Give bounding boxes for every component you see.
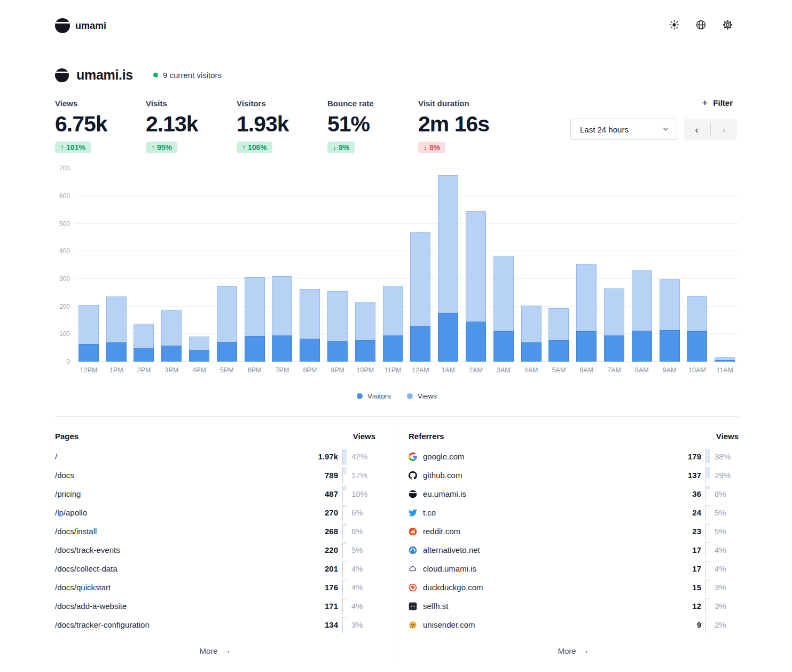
metric-visit-duration: Visit duration 2m 16s ↓ 8% <box>418 99 509 153</box>
bar-group-5pm[interactable] <box>213 168 241 362</box>
theme-toggle-button[interactable] <box>664 16 684 35</box>
legend-dot-icon <box>407 393 413 399</box>
visitors-bar <box>715 360 735 362</box>
chevron-down-icon <box>662 125 669 134</box>
visitors-bar <box>189 350 209 362</box>
bar-group-10am[interactable] <box>684 168 711 362</box>
bar-group-6pm[interactable] <box>241 168 269 362</box>
bar-group-1am[interactable] <box>434 168 462 362</box>
bar-group-7am[interactable] <box>600 168 628 362</box>
page-row-link[interactable]: /lp/apollo <box>55 508 310 517</box>
current-visitors[interactable]: 9 current visitors <box>153 71 222 80</box>
visitors-bar <box>632 331 652 362</box>
referrer-row-link[interactable]: duckduckgo.com <box>409 583 673 592</box>
page-row: /docs/install2686% <box>55 522 375 541</box>
bar-group-7pm[interactable] <box>269 168 296 362</box>
percent-text: 2% <box>715 620 726 629</box>
bar-group-9pm[interactable] <box>324 168 351 362</box>
bar-group-11am[interactable] <box>711 168 739 362</box>
page-row-link[interactable]: /docs/quickstart <box>55 583 310 592</box>
referrer-row-link[interactable]: selfh.st <box>409 601 673 611</box>
legend-item-visitors[interactable]: Visitors <box>357 392 391 400</box>
bar-group-9am[interactable] <box>656 168 684 362</box>
bar-group-12am[interactable] <box>407 168 435 362</box>
y-axis-tick: 700 <box>59 165 70 172</box>
bar-group-4am[interactable] <box>517 168 545 362</box>
referrer-row-link[interactable]: google.com <box>409 452 673 461</box>
referrer-row-link[interactable]: github.com <box>409 471 673 480</box>
bar-group-12pm[interactable] <box>75 168 103 362</box>
github-icon <box>409 471 417 480</box>
metric-value: 1.93k <box>237 112 327 136</box>
bar-group-3am[interactable] <box>490 168 517 362</box>
x-axis-tick: 8AM <box>628 366 656 374</box>
bar-group-1pm[interactable] <box>103 168 130 362</box>
bar-group-2am[interactable] <box>462 168 490 362</box>
percent-text: 8% <box>715 489 726 498</box>
prev-period-button[interactable]: ‹ <box>684 119 710 140</box>
referrer-row-link[interactable]: alternativeto.net <box>409 545 673 554</box>
page-row-link[interactable]: /docs/install <box>55 527 310 536</box>
x-axis-tick: 6PM <box>241 366 269 374</box>
bar-group-6am[interactable] <box>573 168 600 362</box>
percent-bar <box>342 523 347 540</box>
row-percent: 4% <box>342 580 375 596</box>
brand[interactable]: umami <box>55 18 106 33</box>
referrers-more-button[interactable]: More → <box>552 643 594 659</box>
referrer-row-link[interactable]: reddit.com <box>409 527 673 536</box>
bar-group-4pm[interactable] <box>185 168 213 362</box>
bar-group-10pm[interactable] <box>351 168 379 362</box>
percent-bar-fill <box>706 542 710 544</box>
percent-text: 6% <box>351 508 363 517</box>
bar-group-11pm[interactable] <box>379 168 407 362</box>
metric-label: Visits <box>146 99 237 108</box>
visitors-bar <box>217 342 237 362</box>
page-row-link[interactable]: / <box>55 452 310 461</box>
bar-group-5am[interactable] <box>545 168 573 362</box>
more-label: More <box>558 646 576 655</box>
y-axis-tick: 400 <box>59 247 70 255</box>
legend-item-views[interactable]: Views <box>407 392 437 400</box>
referrer-row-link[interactable]: t.co <box>409 508 673 517</box>
percent-bar <box>705 580 710 596</box>
percent-bar <box>705 617 710 633</box>
next-period-button[interactable]: › <box>711 119 738 140</box>
page-row-link[interactable]: /docs <box>55 471 310 480</box>
percent-bar-fill <box>343 467 347 474</box>
percent-text: 5% <box>715 508 726 517</box>
y-axis-tick: 200 <box>59 303 70 310</box>
bar-group-8am[interactable] <box>628 168 656 362</box>
pages-more-button[interactable]: More → <box>194 643 236 659</box>
y-axis-tick: 500 <box>59 220 70 228</box>
duckduckgo-icon <box>409 583 417 592</box>
page-row: /docs/collect-data2014% <box>55 559 375 578</box>
referrer-row-link[interactable]: eu.umami.is <box>409 489 673 498</box>
page-row-link[interactable]: /docs/collect-data <box>55 564 310 573</box>
bar-group-3pm[interactable] <box>158 168 185 362</box>
metric-label: Bounce rate <box>327 99 418 108</box>
referrer-row-link[interactable]: unisender.com <box>409 620 673 629</box>
metric-visits: Visits 2.13k ↑ 95% <box>146 99 237 153</box>
selfhst-icon <box>409 602 417 611</box>
visitors-bar <box>300 339 320 362</box>
bar-group-2pm[interactable] <box>130 168 158 362</box>
x-axis-tick: 1PM <box>103 366 130 374</box>
language-button[interactable] <box>691 16 710 35</box>
page-row-link[interactable]: /docs/add-a-website <box>55 601 310 611</box>
percent-text: 3% <box>351 620 363 629</box>
row-percent: 4% <box>705 561 739 577</box>
twitter-icon <box>409 509 417 517</box>
legend-label: Visitors <box>367 392 391 400</box>
filter-button[interactable]: + Filter <box>697 95 737 111</box>
bar-group-8pm[interactable] <box>296 168 324 362</box>
percent-bar <box>342 505 347 521</box>
page-row-link[interactable]: /docs/track-events <box>55 545 310 554</box>
page-row-link[interactable]: /pricing <box>55 489 310 498</box>
percent-text: 3% <box>715 601 726 611</box>
referrer-row-link[interactable]: cloud.umami.is <box>409 564 673 573</box>
page-row-link[interactable]: /docs/tracker-configuration <box>55 620 310 629</box>
percent-text: 3% <box>715 583 726 592</box>
referrer-row: cloud.umami.is174% <box>409 559 739 578</box>
date-range-select[interactable]: Last 24 hours <box>570 119 677 140</box>
settings-button[interactable] <box>718 16 737 35</box>
